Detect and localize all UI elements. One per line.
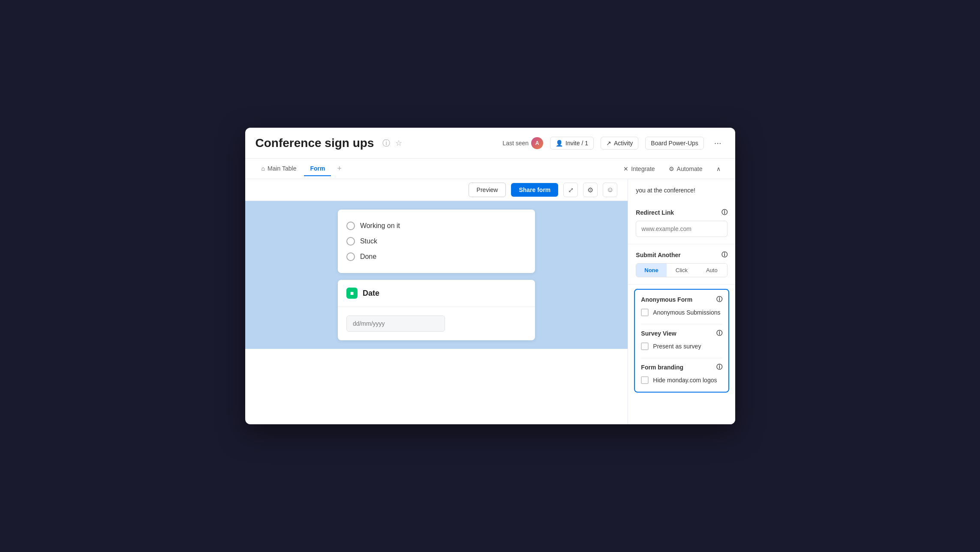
automate-button[interactable]: ⚙ Automate <box>664 163 707 175</box>
date-card-body <box>338 307 535 340</box>
anonymous-submissions-label: Anonymous Submissions <box>653 309 720 316</box>
gear-icon: ⚙ <box>587 186 593 194</box>
form-inner: Working on it Stuck Done <box>338 210 535 340</box>
tab-form-label: Form <box>310 165 325 172</box>
present-as-survey-label: Present as survey <box>653 343 701 350</box>
main-content: Preview Share form ⤢ ⚙ ☺ <box>245 179 735 424</box>
last-seen-label: Last seen <box>502 140 529 147</box>
app-window: Conference sign ups ⓘ ☆ Last seen A 👤 In… <box>245 128 735 424</box>
redirect-link-section: Redirect Link ⓘ <box>628 202 735 244</box>
star-icon[interactable]: ☆ <box>395 138 402 148</box>
redirect-link-info-icon[interactable]: ⓘ <box>721 209 727 216</box>
survey-view-section: Survey View ⓘ Present as survey <box>641 330 722 352</box>
submit-another-section: Submit Another ⓘ None Click Auto <box>628 244 735 285</box>
submit-another-info-icon[interactable]: ⓘ <box>721 251 727 259</box>
submit-another-toggle: None Click Auto <box>636 263 727 277</box>
date-icon: ■ <box>346 288 358 299</box>
form-branding-section: Form branding ⓘ Hide monday.com logos <box>641 363 722 386</box>
form-branding-title-row: Form branding ⓘ <box>641 363 722 371</box>
board-powerups-label: Board Power-Ups <box>651 140 698 147</box>
invite-label: Invite / 1 <box>565 140 588 147</box>
tab-actions: ✕ Integrate ⚙ Automate ∧ <box>619 163 724 175</box>
last-seen: Last seen A <box>502 137 543 149</box>
radio-option-0[interactable]: Working on it <box>346 218 526 234</box>
radio-option-2[interactable]: Done <box>346 249 526 264</box>
board-powerups-button[interactable]: Board Power-Ups <box>645 137 704 150</box>
more-button[interactable]: ··· <box>711 136 725 150</box>
form-branding-title: Form branding <box>641 364 683 371</box>
panel-message: you at the conference! <box>636 186 727 195</box>
present-as-survey-checkbox[interactable] <box>641 342 649 350</box>
share-form-button[interactable]: Share form <box>511 183 558 197</box>
radio-circle-2 <box>346 252 355 261</box>
radio-label-2: Done <box>360 253 376 261</box>
add-tab-button[interactable]: + <box>333 162 346 176</box>
survey-view-title: Survey View <box>641 330 676 337</box>
panel-message-box: you at the conference! <box>628 179 735 202</box>
anonymous-form-title-row: Anonymous Form ⓘ <box>641 296 722 303</box>
submit-click-button[interactable]: Click <box>667 264 697 277</box>
date-field-card: ■ Date <box>338 280 535 340</box>
divider-2 <box>641 358 722 358</box>
avatar: A <box>531 137 543 149</box>
integrate-label: Integrate <box>631 165 655 172</box>
hide-logos-row[interactable]: Hide monday.com logos <box>641 375 722 386</box>
anonymous-form-info-icon[interactable]: ⓘ <box>716 296 722 303</box>
date-input[interactable] <box>346 315 445 332</box>
form-canvas: Working on it Stuck Done <box>245 201 628 349</box>
divider-1 <box>641 324 722 324</box>
tab-main-table-label: Main Table <box>268 165 296 172</box>
chevron-up-icon: ∧ <box>716 165 721 172</box>
info-icon[interactable]: ⓘ <box>382 138 390 148</box>
anonymous-form-title: Anonymous Form <box>641 296 692 303</box>
collapse-button[interactable]: ∧ <box>712 163 725 175</box>
tabs-bar: ⌂ Main Table Form + ✕ Integrate ⚙ Automa… <box>245 159 735 179</box>
invite-button[interactable]: 👤 Invite / 1 <box>550 137 594 150</box>
radio-label-0: Working on it <box>360 222 400 230</box>
submit-another-title: Submit Another <box>636 252 680 258</box>
highlighted-options-section: Anonymous Form ⓘ Anonymous Submissions S… <box>634 289 729 393</box>
fullscreen-button[interactable]: ⤢ <box>563 183 578 197</box>
submit-auto-button[interactable]: Auto <box>697 264 727 277</box>
anonymous-form-section: Anonymous Form ⓘ Anonymous Submissions <box>641 296 722 318</box>
header: Conference sign ups ⓘ ☆ Last seen A 👤 In… <box>245 128 735 159</box>
fullscreen-icon: ⤢ <box>568 186 574 194</box>
survey-view-info-icon[interactable]: ⓘ <box>716 330 722 337</box>
radio-circle-1 <box>346 237 355 246</box>
redirect-link-title: Redirect Link <box>636 209 674 216</box>
radio-options-card: Working on it Stuck Done <box>338 210 535 273</box>
form-branding-info-icon[interactable]: ⓘ <box>716 363 722 371</box>
anonymous-submissions-row[interactable]: Anonymous Submissions <box>641 307 722 318</box>
right-panel: you at the conference! Redirect Link ⓘ S… <box>628 179 735 424</box>
smiley-icon: ☺ <box>607 186 613 194</box>
integrate-button[interactable]: ✕ Integrate <box>619 163 659 175</box>
automate-icon: ⚙ <box>669 165 674 172</box>
radio-label-1: Stuck <box>360 237 377 245</box>
page-title: Conference sign ups <box>256 136 374 150</box>
activity-icon: ↗ <box>606 140 611 147</box>
anonymous-submissions-checkbox[interactable] <box>641 309 649 316</box>
automate-label: Automate <box>677 165 703 172</box>
form-toolbar: Preview Share form ⤢ ⚙ ☺ <box>245 179 628 201</box>
hide-logos-label: Hide monday.com logos <box>653 377 717 384</box>
preview-button[interactable]: Preview <box>469 183 506 197</box>
radio-option-1[interactable]: Stuck <box>346 234 526 249</box>
submit-none-button[interactable]: None <box>636 264 666 277</box>
tab-form[interactable]: Form <box>304 162 331 176</box>
person-icon: 👤 <box>556 140 563 147</box>
tab-main-table[interactable]: ⌂ Main Table <box>256 162 303 176</box>
present-as-survey-row[interactable]: Present as survey <box>641 341 722 352</box>
activity-label: Activity <box>614 140 633 147</box>
home-icon: ⌂ <box>262 165 265 172</box>
emoji-button[interactable]: ☺ <box>603 183 617 197</box>
activity-button[interactable]: ↗ Activity <box>601 137 638 150</box>
submit-another-title-row: Submit Another ⓘ <box>636 251 727 259</box>
date-card-header: ■ Date <box>338 280 535 307</box>
redirect-link-title-row: Redirect Link ⓘ <box>636 209 727 216</box>
settings-button[interactable]: ⚙ <box>583 183 598 197</box>
header-actions: Last seen A 👤 Invite / 1 ↗ Activity Boar… <box>502 136 724 150</box>
hide-logos-checkbox[interactable] <box>641 376 649 384</box>
form-area-wrapper: Preview Share form ⤢ ⚙ ☺ <box>245 179 628 349</box>
integrate-icon: ✕ <box>623 165 628 172</box>
redirect-link-input[interactable] <box>636 221 727 237</box>
